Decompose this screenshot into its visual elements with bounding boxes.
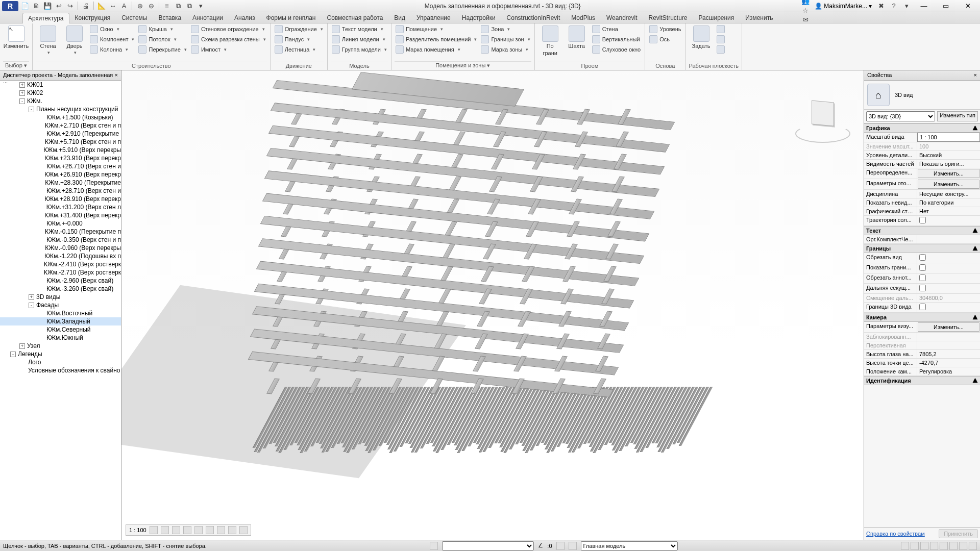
view-cube[interactable] bbox=[802, 101, 843, 142]
ribbon-item[interactable]: Марка помещения bbox=[395, 45, 478, 54]
tree-item[interactable]: КЖм.+31.400 (Верх перекр bbox=[0, 211, 121, 219]
status-icon[interactable] bbox=[959, 542, 967, 550]
prop-value[interactable] bbox=[917, 216, 980, 226]
open-big-button[interactable]: Пограни bbox=[538, 24, 562, 57]
prop-group[interactable]: Идентификация⯅ bbox=[864, 376, 980, 385]
prop-value[interactable]: Изменить... bbox=[918, 322, 979, 332]
prop-row[interactable]: Орг.КомплектЧе... bbox=[864, 235, 980, 244]
tree-item[interactable]: КЖм.+28.300 (Перекрытие bbox=[0, 179, 121, 187]
ribbon-item[interactable]: Вертикальный bbox=[591, 35, 642, 44]
tree-item[interactable]: КЖм.-2.710 (Верх ростверк bbox=[0, 268, 121, 277]
vc-icon[interactable] bbox=[206, 526, 214, 534]
tree-item[interactable]: Условные обозначения к свайно bbox=[0, 366, 121, 374]
apply-button[interactable]: Применить bbox=[939, 529, 978, 538]
prop-row[interactable]: Показать невид...По категории bbox=[864, 198, 980, 207]
vc-icon[interactable] bbox=[161, 526, 169, 534]
vc-icon[interactable] bbox=[217, 526, 225, 534]
tree-item[interactable]: Лого bbox=[0, 358, 121, 366]
tree-item[interactable]: КЖм.Южный bbox=[0, 334, 121, 342]
vc-icon[interactable] bbox=[194, 526, 203, 534]
ribbon-tab[interactable]: Вид bbox=[388, 12, 411, 23]
qat-button[interactable]: ≡ bbox=[162, 2, 172, 11]
ribbon-item[interactable]: Схема разрезки стены bbox=[190, 35, 267, 44]
scale-label[interactable]: 1 : 100 bbox=[129, 527, 146, 533]
ribbon-tab[interactable]: Конструкция bbox=[69, 12, 116, 23]
set-workplane-button[interactable]: Задать bbox=[689, 24, 714, 50]
wp-icon2[interactable] bbox=[716, 35, 726, 44]
qat-button[interactable]: 🗎 bbox=[32, 2, 41, 11]
prop-value[interactable] bbox=[917, 273, 980, 283]
prop-value[interactable] bbox=[917, 284, 980, 293]
expand-icon[interactable]: - bbox=[19, 98, 25, 104]
ribbon-tab[interactable]: Изменить bbox=[740, 12, 778, 23]
tree-item[interactable]: -Фасады bbox=[0, 301, 121, 309]
qat-button[interactable]: 📄 bbox=[20, 2, 30, 11]
ribbon-tab[interactable]: Формы и генплан bbox=[261, 12, 322, 23]
prop-value[interactable]: Показать ориги... bbox=[917, 160, 980, 168]
ribbon-item[interactable]: Границы зон bbox=[480, 35, 531, 44]
expand-icon[interactable]: + bbox=[19, 90, 25, 96]
project-browser-header[interactable]: Диспетчер проекта - Модель заполненная .… bbox=[0, 70, 121, 81]
status-icon[interactable] bbox=[430, 542, 438, 550]
ribbon-item[interactable]: Группа модели bbox=[331, 45, 388, 54]
tree-item[interactable]: +КЖ02 bbox=[0, 89, 121, 97]
tree-item[interactable]: КЖм.+23.910 (Верх перекр bbox=[0, 154, 121, 162]
title-icon[interactable]: ☆ bbox=[800, 6, 811, 15]
qat-button[interactable]: ⧉ bbox=[185, 2, 194, 11]
status-icon[interactable] bbox=[940, 542, 948, 550]
prop-row[interactable]: Высота глаза на...7805,2 bbox=[864, 350, 980, 359]
ribbon-item[interactable]: Ограждение bbox=[274, 24, 324, 34]
tree-item[interactable]: КЖм.Северный bbox=[0, 325, 121, 334]
prop-value[interactable]: -4270,7 bbox=[917, 359, 980, 367]
qat-button[interactable]: ⧉ bbox=[174, 2, 183, 11]
qat-button[interactable]: 📐 bbox=[97, 2, 106, 11]
prop-group[interactable]: Границы⯅ bbox=[864, 244, 980, 253]
prop-row[interactable]: Высота точки це...-4270,7 bbox=[864, 359, 980, 367]
prop-value[interactable] bbox=[917, 253, 980, 263]
tree-item[interactable]: +3D виды bbox=[0, 293, 121, 301]
prop-value[interactable]: 304800,0 bbox=[917, 294, 980, 302]
tree-item[interactable]: КЖм.-2.410 (Верх ростверк bbox=[0, 260, 121, 268]
prop-value[interactable]: Несущие констру... bbox=[917, 190, 980, 198]
prop-row[interactable]: Уровень детали...Высокий bbox=[864, 151, 980, 160]
expand-icon[interactable]: - bbox=[10, 352, 16, 357]
title-icon[interactable]: ✉ bbox=[800, 15, 811, 24]
ribbon-tab[interactable]: Совместная работа bbox=[322, 12, 389, 23]
expand-icon[interactable]: + bbox=[19, 82, 25, 88]
status-icon[interactable] bbox=[911, 542, 919, 550]
props-help-link[interactable]: Справка по свойствам bbox=[866, 531, 925, 537]
ribbon-item[interactable]: Слуховое окно bbox=[591, 45, 642, 54]
tree-item[interactable]: -Легенды bbox=[0, 350, 121, 358]
tree-item[interactable]: КЖм.-2.960 (Верх свай) bbox=[0, 277, 121, 285]
ribbon-item[interactable]: Лестница bbox=[274, 45, 324, 54]
close-button[interactable]: ✕ bbox=[958, 1, 978, 12]
tree-item[interactable]: КЖм.+-0.000 bbox=[0, 219, 121, 228]
wp-icon3[interactable] bbox=[716, 45, 726, 54]
tree-item[interactable]: КЖм.+2.910 (Перекрытие bbox=[0, 130, 121, 138]
x-icon[interactable]: ✖ bbox=[875, 2, 887, 11]
props-close-icon[interactable]: × bbox=[974, 72, 977, 79]
expand-icon[interactable]: - bbox=[29, 107, 34, 112]
panel-select-title[interactable]: Выбор ▾ bbox=[3, 61, 29, 70]
tree-item[interactable]: КЖм.-0.960 (Верх перекры bbox=[0, 244, 121, 252]
qat-button[interactable]: ↪ bbox=[65, 2, 75, 11]
prop-row[interactable]: Значение масшт...100 bbox=[864, 142, 980, 151]
prop-row[interactable]: Смещение даль...304800,0 bbox=[864, 294, 980, 303]
ribbon-item[interactable]: Колонна bbox=[89, 45, 135, 54]
project-tree[interactable]: +КЖ01+КЖ02-КЖм.-Планы несущих конструкци… bbox=[0, 81, 121, 540]
prop-value[interactable]: Изменить... bbox=[918, 169, 979, 178]
prop-value[interactable] bbox=[917, 235, 980, 243]
type-selector[interactable]: 3D вид: {3D} bbox=[866, 111, 935, 121]
tree-item[interactable]: КЖм.-0.350 (Верх стен и п bbox=[0, 236, 121, 244]
ribbon-tab[interactable]: Расширения bbox=[693, 12, 740, 23]
prop-row[interactable]: Заблокированн... bbox=[864, 333, 980, 341]
status-icon[interactable] bbox=[930, 542, 938, 550]
prop-row[interactable]: Показать грани... bbox=[864, 263, 980, 273]
build-big-button[interactable]: Стена bbox=[36, 24, 60, 56]
ribbon-item[interactable]: Компонент bbox=[89, 35, 135, 44]
ribbon-tab[interactable]: Надстройки bbox=[456, 12, 501, 23]
expand-icon[interactable]: - bbox=[29, 303, 34, 308]
status-icon[interactable] bbox=[920, 542, 928, 550]
prop-value[interactable]: Высокий bbox=[917, 151, 980, 159]
app-logo[interactable]: R bbox=[2, 1, 18, 11]
